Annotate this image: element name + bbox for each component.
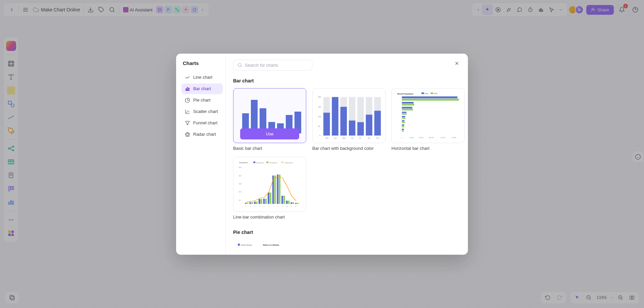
svg-text:250.0: 250.0 (238, 167, 242, 168)
svg-line-92 (241, 66, 242, 67)
svg-rect-173 (263, 198, 265, 204)
svg-rect-108 (332, 97, 338, 135)
use-button[interactable]: Use (240, 128, 299, 139)
svg-text:12: 12 (295, 205, 297, 207)
chart-type-label: Pie chart (193, 98, 210, 103)
scatter-chart-icon (185, 109, 190, 114)
chart-preview: Use (233, 88, 306, 143)
svg-rect-78 (186, 89, 187, 90)
svg-rect-181 (281, 196, 283, 204)
svg-text:2: 2 (250, 205, 251, 207)
svg-rect-180 (279, 174, 280, 204)
svg-text:World Population: World Population (397, 93, 414, 95)
svg-text:Sat: Sat (368, 137, 370, 139)
svg-rect-80 (189, 88, 190, 90)
svg-marker-87 (185, 132, 190, 136)
line-chart-icon (185, 75, 190, 80)
svg-rect-114 (357, 122, 364, 135)
pie-chart-icon (185, 98, 190, 103)
chart-card-label: Bar chart with background color (312, 146, 385, 151)
svg-text:Evaporation: Evaporation (256, 162, 264, 163)
svg-rect-136 (402, 109, 413, 110)
chart-preview: Precipitation Evaporation Precipitation … (233, 157, 306, 212)
bar-chart-icon (185, 86, 190, 91)
radar-chart-icon (185, 132, 190, 137)
svg-rect-145 (402, 128, 404, 130)
svg-rect-146 (402, 130, 404, 131)
svg-rect-129 (431, 92, 433, 94)
svg-rect-142 (402, 122, 405, 123)
svg-rect-201 (238, 244, 240, 246)
svg-text:Sun: Sun (376, 137, 379, 139)
svg-text:8: 8 (277, 205, 278, 207)
svg-marker-88 (186, 133, 189, 135)
svg-rect-188 (297, 203, 299, 204)
chart-card-line-bar-combo[interactable]: Precipitation Evaporation Precipitation … (233, 157, 306, 220)
svg-rect-127 (422, 92, 424, 94)
svg-rect-138 (402, 113, 407, 115)
chart-card-pie-partial[interactable]: Search Engine Referer of a Website (233, 240, 306, 246)
svg-text:200: 200 (318, 96, 321, 98)
svg-rect-144 (402, 126, 404, 127)
svg-rect-182 (283, 196, 285, 204)
search-icon (237, 63, 242, 67)
chart-card-bar-bg[interactable]: 200 150 100 50 0 (312, 88, 385, 151)
chart-grid-pie: Search Engine Referer of a Website (233, 240, 461, 246)
svg-text:3: 3 (255, 205, 255, 207)
modal-title: Charts (181, 60, 223, 66)
chart-card-horizontal-bar[interactable]: World Population 2011 2012 (391, 88, 465, 151)
section-title-bar: Bar chart (233, 78, 461, 83)
chart-card-basic-bar[interactable]: Use Basic bar chart (233, 88, 306, 151)
svg-rect-141 (402, 120, 405, 121)
close-button[interactable] (452, 59, 461, 68)
svg-text:Precipitation: Precipitation (269, 162, 277, 163)
svg-text:Thu: Thu (351, 137, 354, 139)
svg-rect-143 (402, 124, 404, 126)
modal-overlay[interactable]: Charts Line chart Bar chart Pie chart Sc… (0, 0, 644, 308)
line-bar-combo-preview-svg: Precipitation Evaporation Precipitation … (236, 160, 303, 209)
svg-rect-140 (402, 117, 406, 119)
svg-text:50: 50 (318, 126, 320, 127)
svg-marker-86 (185, 121, 190, 125)
svg-text:Search Engine: Search Engine (241, 244, 252, 246)
chart-type-label: Bar chart (193, 86, 211, 91)
svg-rect-79 (187, 87, 188, 90)
svg-text:Fri: Fri (359, 137, 361, 139)
chart-type-line[interactable]: Line chart (181, 72, 223, 83)
svg-text:Tue: Tue (334, 137, 336, 139)
svg-text:200.0: 200.0 (238, 175, 242, 176)
svg-text:1: 1 (246, 205, 246, 207)
svg-point-84 (187, 111, 188, 111)
svg-text:200,000: 200,000 (419, 137, 424, 138)
svg-text:0: 0 (319, 135, 320, 136)
svg-text:300,000: 300,000 (429, 137, 433, 138)
svg-point-83 (186, 112, 187, 112)
svg-rect-166 (247, 203, 249, 204)
chart-type-scatter[interactable]: Scatter chart (181, 106, 223, 117)
chart-type-bar[interactable]: Bar chart (181, 83, 223, 94)
svg-rect-167 (250, 202, 251, 204)
svg-rect-132 (402, 99, 459, 101)
bar-bg-preview-svg: 200 150 100 50 0 (315, 91, 382, 140)
chart-type-funnel[interactable]: Funnel chart (181, 118, 223, 128)
svg-rect-168 (251, 202, 253, 204)
search-input[interactable] (245, 63, 308, 68)
search-box[interactable] (233, 60, 312, 71)
modal-main: Bar chart (226, 54, 468, 255)
chart-type-pie[interactable]: Pie chart (181, 95, 223, 106)
svg-text:9: 9 (282, 205, 283, 207)
modal-sidebar: Charts Line chart Bar chart Pie chart Sc… (176, 54, 226, 255)
chart-type-radar[interactable]: Radar chart (181, 129, 223, 140)
charts-modal: Charts Line chart Bar chart Pie chart Sc… (176, 54, 468, 255)
funnel-chart-icon (185, 120, 190, 126)
svg-text:150.0: 150.0 (238, 183, 242, 185)
svg-text:Referer of a Website: Referer of a Website (263, 244, 279, 246)
svg-text:50.0: 50.0 (238, 199, 241, 201)
svg-text:700,000: 700,000 (451, 137, 456, 138)
svg-text:500,000: 500,000 (440, 137, 445, 138)
svg-rect-185 (290, 202, 292, 204)
svg-rect-172 (261, 199, 262, 204)
svg-text:2011: 2011 (425, 93, 428, 94)
chart-card-label: Line-bar combination chart (233, 214, 306, 220)
chart-card-label: Basic bar chart (233, 146, 306, 151)
